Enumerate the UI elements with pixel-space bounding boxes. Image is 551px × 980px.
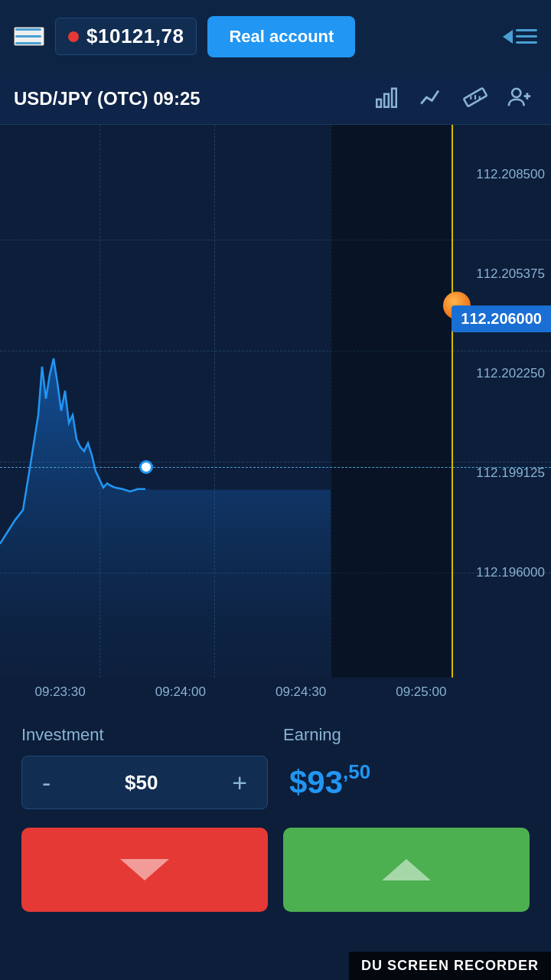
earning-label: Earning bbox=[283, 725, 530, 745]
sell-down-button[interactable] bbox=[21, 828, 268, 912]
time-tick-2: 09:24:00 bbox=[155, 684, 206, 700]
grid-v-line-1 bbox=[99, 125, 100, 678]
chart-svg bbox=[0, 125, 551, 707]
grid-h-line-1 bbox=[0, 240, 551, 240]
menu-lines-icon bbox=[516, 29, 537, 44]
bottom-panel: Investment - $50 + Earning $93 ,50 bbox=[0, 707, 551, 980]
invest-earn-row: Investment - $50 + Earning $93 ,50 bbox=[21, 725, 530, 809]
time-tick-1: 09:23:30 bbox=[35, 684, 86, 700]
svg-rect-0 bbox=[377, 100, 381, 107]
decrease-investment-button[interactable]: - bbox=[37, 769, 55, 795]
chart-toolbar-icons bbox=[369, 80, 537, 117]
investment-amount-value: $50 bbox=[125, 771, 158, 795]
ruler-button[interactable] bbox=[458, 80, 493, 117]
chart-area[interactable]: 112.206000 112.208500 112.205375 112.202… bbox=[0, 125, 551, 707]
svg-rect-2 bbox=[392, 89, 396, 107]
live-indicator-dot bbox=[68, 31, 79, 42]
buy-up-button[interactable] bbox=[283, 828, 530, 912]
crosshair-dot bbox=[139, 460, 153, 474]
profile-menu-button[interactable] bbox=[503, 29, 537, 44]
balance-value: $10121,78 bbox=[86, 24, 184, 48]
trade-buttons bbox=[21, 828, 530, 912]
time-tick-3: 09:24:30 bbox=[276, 684, 326, 700]
bar-chart-button[interactable] bbox=[369, 80, 404, 117]
current-time-line bbox=[452, 125, 453, 678]
line-chart-button[interactable] bbox=[413, 80, 448, 117]
arrow-left-icon bbox=[503, 30, 513, 44]
svg-marker-10 bbox=[0, 358, 331, 707]
time-tick-4: 09:25:00 bbox=[396, 684, 446, 700]
svg-rect-1 bbox=[384, 94, 389, 107]
earning-cents-value: ,50 bbox=[343, 756, 370, 784]
price-label: 112.206000 bbox=[452, 305, 551, 332]
grid-h-line-2 bbox=[0, 351, 551, 351]
du-recorder-badge: DU SCREEN RECORDER bbox=[349, 952, 551, 980]
hamburger-menu-button[interactable] bbox=[14, 27, 44, 46]
balance-badge: $10121,78 bbox=[55, 18, 197, 55]
earning-main-value: $93 bbox=[289, 764, 343, 801]
add-user-button[interactable] bbox=[502, 80, 537, 117]
earning-amount-display: $93 ,50 bbox=[283, 756, 530, 809]
time-axis: 09:23:30 09:24:00 09:24:30 09:25:00 bbox=[0, 678, 551, 707]
trading-pair-label: USD/JPY (OTC) 09:25 bbox=[14, 88, 369, 109]
earning-section: Earning $93 ,50 bbox=[283, 725, 530, 809]
chevron-up-icon bbox=[382, 859, 431, 880]
investment-label: Investment bbox=[21, 725, 268, 745]
grid-h-line-4 bbox=[0, 573, 551, 573]
chart-toolbar: USD/JPY (OTC) 09:25 bbox=[0, 73, 551, 125]
grid-h-line-3 bbox=[0, 462, 551, 462]
real-account-button[interactable]: Real account bbox=[207, 16, 355, 57]
grid-v-line-2 bbox=[214, 125, 215, 678]
chevron-down-icon bbox=[120, 859, 169, 880]
increase-investment-button[interactable]: + bbox=[227, 769, 252, 795]
crosshair-horizontal-line bbox=[0, 467, 551, 468]
investment-amount-control: - $50 + bbox=[21, 756, 268, 809]
future-zone-overlay bbox=[331, 125, 452, 678]
svg-point-7 bbox=[512, 89, 520, 97]
header: $10121,78 Real account bbox=[0, 0, 551, 73]
investment-section: Investment - $50 + bbox=[21, 725, 268, 809]
